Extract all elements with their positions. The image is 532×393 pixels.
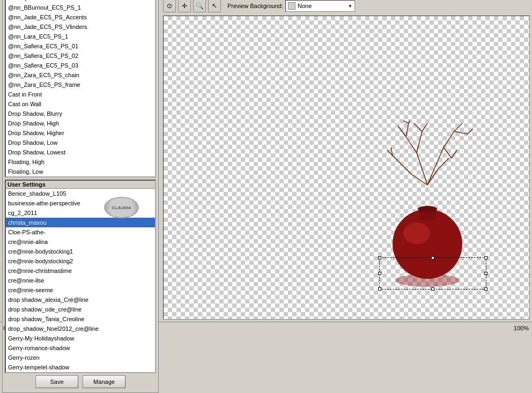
sel-handle-tl[interactable] — [378, 256, 381, 259]
bg-color-swatch — [288, 2, 295, 10]
list-item[interactable]: Drop Shadow, High — [6, 118, 155, 128]
sel-handle-ml[interactable] — [378, 272, 381, 275]
list-item[interactable]: Floating, High — [6, 157, 155, 167]
user-settings-listbox-container: User Settings CLAUDIA Benice_shadow_L105… — [5, 180, 156, 373]
list-item[interactable]: cre@nnie-ilse — [6, 276, 155, 285]
svg-line-6 — [398, 126, 406, 137]
list-item[interactable]: @nn_Zara_EC5_PS_frame — [6, 80, 155, 90]
list-item[interactable]: Cloe-PS-athe- — [6, 227, 155, 237]
list-item[interactable]: drop_shadow_Noel2012_cre@line — [6, 324, 155, 333]
list-item[interactable]: Drop Shadow, Higher — [6, 128, 155, 138]
selection-box — [379, 257, 486, 290]
tool-select[interactable]: ↖ — [208, 0, 221, 12]
buttons-row: Save Manage — [5, 373, 156, 390]
list-item[interactable]: @nn_Safiera_EC5_PS_01 — [6, 41, 155, 51]
list-item[interactable]: cre@nnie-seeme — [6, 285, 155, 295]
svg-line-20 — [468, 129, 473, 134]
user-settings-label: User Settings — [6, 181, 155, 189]
list-item[interactable]: @nn_BBurnout_EC5_PS_1 — [6, 3, 155, 12]
list-item[interactable]: cre@nnie-christmastime — [6, 266, 155, 276]
list-item[interactable]: @nn_Jade_EC5_PS_Vlinders — [6, 22, 155, 32]
svg-line-13 — [401, 164, 411, 174]
svg-line-15 — [427, 169, 438, 185]
list-item[interactable]: drop shadow_alexia_Cré@line — [6, 295, 155, 305]
sel-handle-br[interactable] — [484, 287, 487, 291]
factory-settings-panel: Factory Settings Factory Default@nn_BBur… — [5, 0, 156, 177]
tab-content: Factory Settings Factory Default@nn_BBur… — [2, 0, 159, 393]
factory-settings-listbox-container: Factory Settings Factory Default@nn_BBur… — [5, 0, 156, 177]
svg-line-10 — [414, 123, 422, 131]
canvas-area — [163, 16, 530, 320]
list-item[interactable]: Gerry-rozen — [6, 353, 155, 362]
claudia-badge: CLAUDIA — [104, 197, 139, 218]
list-item[interactable]: Gerry-romance-shadow — [6, 343, 155, 353]
tool-zoom[interactable]: 🔍 — [193, 0, 206, 12]
svg-line-7 — [406, 123, 409, 137]
svg-line-0 — [417, 153, 427, 185]
list-item[interactable]: drop shadow_Tania_Creoline — [6, 314, 155, 324]
svg-line-12 — [411, 174, 427, 185]
svg-line-17 — [452, 150, 457, 158]
right-panel: Click here for new messages from Alien S… — [161, 0, 532, 322]
sel-handle-mr[interactable] — [484, 272, 487, 275]
svg-line-8 — [454, 123, 462, 131]
preview-bg-select[interactable]: None ▼ — [285, 0, 355, 12]
user-settings-list[interactable]: Benice_shadow_L105businesse-athe-perspec… — [6, 189, 155, 372]
list-item[interactable]: @nn_Jade_EC5_PS_Accents — [6, 12, 155, 22]
list-item[interactable]: @nn_Zara_EC5_PS_chain — [6, 70, 155, 80]
svg-point-26 — [418, 206, 437, 212]
list-item[interactable]: Cast in Front — [6, 90, 155, 99]
preview-bg-label: Preview Background: — [227, 3, 283, 9]
list-item[interactable]: Gerry-My Holidayshadow — [6, 333, 155, 343]
zoom-level: 100% — [514, 325, 529, 331]
svg-line-19 — [409, 121, 410, 123]
list-item[interactable]: Drop Shadow, Low — [6, 138, 155, 147]
sel-handle-bm[interactable] — [431, 287, 434, 291]
svg-point-24 — [403, 223, 430, 244]
tool-move[interactable]: ✛ — [178, 0, 191, 12]
select-arrow-icon: ▼ — [348, 4, 352, 9]
svg-line-14 — [393, 155, 401, 164]
factory-settings-list[interactable]: Factory Default@nn_BBurnout_EC5_PS_1@nn_… — [6, 0, 155, 176]
list-item[interactable]: christa_maxou — [6, 218, 155, 227]
sel-handle-bl[interactable] — [378, 287, 381, 291]
svg-line-11 — [422, 123, 427, 131]
list-item[interactable]: cre@nnie-bodystocking1 — [6, 247, 155, 256]
sel-handle-tm[interactable] — [431, 256, 434, 259]
sel-handle-tr[interactable] — [484, 256, 487, 259]
main-content: Settings Basic Factory Settings Factory … — [0, 0, 532, 322]
list-item[interactable]: cre@nnie-alina — [6, 237, 155, 247]
svg-line-9 — [454, 131, 468, 134]
toolbar-row: ⊙ ✛ 🔍 ↖ Preview Background: None ▼ — [163, 0, 530, 13]
manage-button[interactable]: Manage — [83, 375, 125, 388]
list-item[interactable]: Drop Shadow, Lowest — [6, 147, 155, 157]
list-item[interactable]: @nn_Safiera_EC5_PS_03 — [6, 61, 155, 70]
svg-line-2 — [406, 137, 417, 153]
list-item[interactable]: Benice_shadow_L105 — [6, 189, 155, 198]
list-item[interactable]: @nn_Safiera_EC5_PS_02 — [6, 51, 155, 61]
bg-option-label: None — [298, 3, 312, 9]
list-item[interactable]: drop shadow_ode_cre@line — [6, 305, 155, 314]
list-item[interactable]: Cast on Wall — [6, 99, 155, 109]
svg-line-16 — [438, 158, 449, 169]
list-item[interactable]: Gerry-tempelel-shadow — [6, 362, 155, 372]
tool-hand[interactable]: ⊙ — [163, 0, 176, 12]
svg-line-4 — [444, 131, 454, 147]
left-panel: Settings Basic Factory Settings Factory … — [0, 0, 161, 322]
list-item[interactable]: cre@nnie-bodystocking2 — [6, 256, 155, 266]
svg-line-5 — [444, 147, 452, 158]
save-button[interactable]: Save — [35, 375, 78, 388]
svg-line-3 — [417, 131, 422, 153]
list-item[interactable]: Drop Shadow, Blurry — [6, 109, 155, 118]
svg-line-18 — [403, 121, 409, 123]
user-settings-panel: User Settings CLAUDIA Benice_shadow_L105… — [5, 180, 156, 390]
list-item[interactable]: Floating, Low — [6, 167, 155, 176]
list-item[interactable]: @nn_Lara_EC5_PS_1 — [6, 32, 155, 41]
